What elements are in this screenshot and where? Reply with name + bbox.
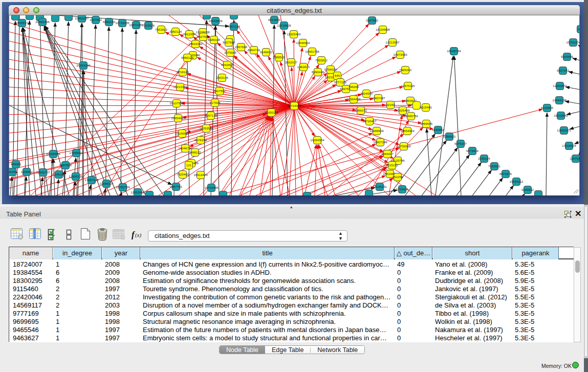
svg-text:1588520: 1588520 [273, 55, 286, 59]
svg-text:8912954: 8912954 [183, 32, 196, 36]
svg-text:1167533: 1167533 [570, 157, 580, 160]
svg-text:1115682: 1115682 [20, 170, 33, 173]
svg-text:12444138: 12444138 [552, 98, 567, 102]
svg-text:33154: 33154 [9, 170, 17, 173]
svg-text:2087682: 2087682 [366, 18, 379, 22]
svg-text:2603144: 2603144 [216, 76, 229, 79]
svg-text:10654112: 10654112 [509, 180, 524, 183]
svg-text:(x): (x) [135, 232, 142, 238]
svg-text:1615152: 1615152 [386, 163, 399, 167]
svg-text:9245652: 9245652 [521, 188, 534, 191]
svg-text:12975115: 12975115 [401, 84, 415, 87]
svg-text:16154808: 16154808 [376, 28, 390, 31]
svg-text:16914479: 16914479 [193, 173, 208, 177]
svg-text:10961758: 10961758 [305, 50, 319, 53]
svg-text:11325419: 11325419 [287, 32, 301, 36]
svg-text:20206576: 20206576 [46, 152, 60, 156]
svg-text:19495754: 19495754 [404, 114, 418, 118]
svg-text:8215955: 8215955 [541, 106, 554, 110]
svg-text:10688609: 10688609 [369, 129, 384, 133]
svg-text:18807249: 18807249 [373, 140, 387, 144]
svg-text:9115460: 9115460 [420, 105, 432, 109]
svg-text:9146821: 9146821 [260, 50, 273, 54]
svg-text:3824554: 3824554 [360, 92, 373, 95]
svg-text:1527602: 1527602 [90, 18, 102, 21]
svg-text:9227343: 9227343 [557, 69, 570, 72]
svg-text:10025438: 10025438 [396, 108, 410, 112]
svg-text:7857224: 7857224 [228, 25, 241, 28]
svg-text:7955812: 7955812 [315, 58, 328, 62]
svg-text:746266: 746266 [349, 85, 359, 89]
svg-text:2405571: 2405571 [16, 21, 29, 25]
svg-text:19854925: 19854925 [171, 116, 185, 120]
svg-text:16210643: 16210643 [554, 114, 568, 117]
svg-text:19166827: 19166827 [175, 132, 189, 135]
svg-text:1362615: 1362615 [297, 65, 310, 69]
svg-text:17957225: 17957225 [84, 178, 99, 182]
svg-text:13692971: 13692971 [557, 128, 571, 132]
svg-text:3960124: 3960124 [169, 30, 182, 33]
svg-text:3822037: 3822037 [285, 60, 298, 64]
svg-text:1733426: 1733426 [396, 187, 409, 191]
svg-text:9997588: 9997588 [59, 163, 72, 167]
svg-text:6794028: 6794028 [324, 68, 337, 71]
svg-text:13640910: 13640910 [296, 41, 310, 45]
svg-text:19384554: 19384554 [310, 138, 324, 142]
svg-text:20053346: 20053346 [76, 63, 91, 67]
svg-text:7485063: 7485063 [399, 68, 412, 72]
svg-text:10958107: 10958107 [99, 182, 114, 185]
svg-text:20691406: 20691406 [35, 20, 50, 24]
svg-text:9777169: 9777169 [334, 80, 347, 84]
svg-text:20364436: 20364436 [346, 97, 361, 101]
svg-text:15751074: 15751074 [566, 40, 580, 44]
svg-text:9857791: 9857791 [170, 185, 183, 188]
svg-text:10807487: 10807487 [371, 96, 385, 100]
svg-text:10756928: 10756928 [397, 144, 411, 148]
svg-text:9242848: 9242848 [221, 63, 234, 67]
svg-text:12213369: 12213369 [173, 85, 187, 89]
svg-text:8813054: 8813054 [268, 18, 281, 21]
svg-text:12905135: 12905135 [69, 174, 83, 178]
svg-text:9084067: 9084067 [381, 152, 394, 156]
svg-text:2718126: 2718126 [177, 70, 189, 74]
svg-text:9899695: 9899695 [420, 122, 433, 125]
svg-text:7632621: 7632621 [488, 164, 501, 168]
svg-text:12213967: 12213967 [385, 40, 400, 44]
svg-text:19046786: 19046786 [178, 146, 192, 150]
svg-text:12942737: 12942737 [36, 170, 50, 174]
svg-text:18107552: 18107552 [169, 101, 184, 105]
svg-text:18724007: 18724007 [287, 104, 301, 107]
svg-text:17016504: 17016504 [562, 144, 576, 147]
svg-text:12353594: 12353594 [199, 126, 213, 130]
svg-text:16033809: 16033809 [208, 19, 223, 23]
svg-text:417004: 417004 [210, 101, 221, 104]
svg-text:3675685: 3675685 [224, 51, 237, 54]
svg-text:16782759: 16782759 [116, 185, 130, 189]
svg-text:8186328: 8186328 [208, 38, 221, 41]
svg-text:15716485: 15716485 [204, 186, 219, 189]
svg-text:2667608: 2667608 [235, 45, 248, 49]
svg-text:8471676: 8471676 [499, 172, 512, 176]
svg-text:6966160: 6966160 [103, 20, 116, 24]
svg-text:6879197: 6879197 [454, 142, 467, 145]
svg-text:10671355: 10671355 [129, 23, 143, 27]
svg-text:9329966: 9329966 [561, 55, 574, 58]
svg-text:10719155: 10719155 [115, 21, 129, 25]
svg-text:12923463: 12923463 [130, 190, 145, 194]
svg-text:1112: 1112 [578, 27, 580, 31]
svg-text:12093872: 12093872 [553, 84, 567, 87]
svg-text:16648784: 16648784 [447, 49, 461, 53]
svg-text:3498222: 3498222 [189, 150, 202, 154]
svg-text:17359924: 17359924 [69, 151, 83, 155]
svg-text:9474444: 9474444 [466, 149, 479, 152]
svg-text:8678352: 8678352 [194, 138, 207, 142]
svg-text:8990448: 8990448 [312, 70, 324, 74]
svg-text:14136141: 14136141 [373, 185, 387, 188]
svg-text:7663822: 7663822 [155, 28, 168, 31]
svg-text:7515526: 7515526 [142, 24, 155, 27]
svg-text:19654923: 19654923 [400, 129, 415, 133]
svg-text:16543382: 16543382 [188, 42, 203, 46]
svg-text:439081: 439081 [11, 162, 21, 166]
svg-text:8454749: 8454749 [248, 48, 260, 52]
svg-text:5958923: 5958923 [443, 135, 456, 138]
